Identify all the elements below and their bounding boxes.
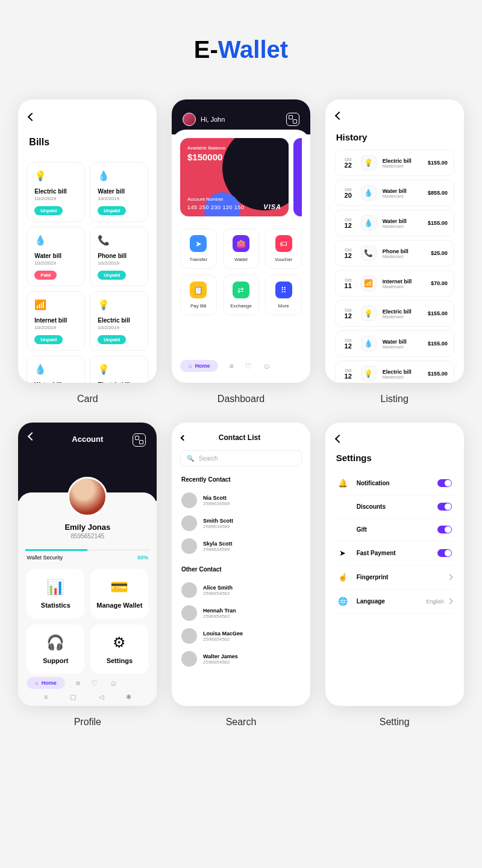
back-icon[interactable] (335, 112, 343, 120)
balance-card[interactable]: Available Balance $150000 Account Number… (180, 138, 289, 216)
settings-row-notification[interactable]: 🔔 Notification (335, 471, 454, 495)
history-row[interactable]: Oct20 💧 Water billMastercard $855.00 (335, 180, 454, 206)
avatar (181, 628, 197, 644)
toggle[interactable] (437, 503, 452, 511)
setting-icon: 🌐 (337, 597, 348, 606)
drop-icon: 💧 (34, 234, 48, 248)
contact-row[interactable]: Skyla Scott2589634589 (172, 535, 310, 558)
bill-card[interactable]: 💧 Water bill 10/2/2019 Paid (27, 227, 85, 286)
toggle[interactable] (437, 479, 452, 487)
bill-card[interactable]: 💡 Electric bill 10/2/2019 Unpaid (27, 162, 85, 222)
bill-card[interactable]: 💧 Water bill 10/2/2019 Paid (27, 356, 85, 383)
settings-row-language[interactable]: 🌐 Language English (335, 590, 454, 614)
contact-row[interactable]: Hennah Tran2596854562 (172, 602, 310, 624)
setting-icon: ➤ (337, 549, 348, 558)
contact-row[interactable]: Smith Scott2589634589 (172, 512, 310, 535)
bell-icon[interactable]: ♡ (91, 679, 98, 688)
settings-row-fast-payment[interactable]: ➤ Fast Payment (335, 541, 454, 565)
profile-screen: Account Emily Jonas 8595652145 Wallet Se… (18, 423, 157, 706)
history-row[interactable]: Oct12 💧 Water billMastercard $155.00 (335, 330, 454, 357)
history-row[interactable]: Oct12 💡 Electric billMastercard $155.00 (335, 360, 454, 383)
contact-row[interactable]: Louisa MacGee2596854562 (172, 624, 310, 647)
phone-icon: 📞 (98, 234, 111, 248)
action-voucher[interactable]: 🏷 Voucher (265, 228, 302, 269)
history-row[interactable]: Oct12 📞 Phone billMastercard $25.00 (335, 240, 454, 266)
action-pay-bill[interactable]: 📋 Pay Bill (180, 275, 217, 315)
balance-card-next[interactable] (293, 138, 302, 216)
menu-icon[interactable]: ≡ (44, 693, 48, 701)
bills-screen: Bills 💡 Electric bill 10/2/2019 Unpaid 💧… (18, 99, 157, 383)
tile-icon: ⚙ (96, 634, 142, 651)
tile-icon: 📊 (33, 579, 78, 596)
status-badge: Paid (34, 271, 57, 280)
action-icon: 📋 (190, 281, 207, 298)
toggle[interactable] (437, 549, 452, 557)
search-screen: Contact List 🔍 Search Recently Contact N… (172, 423, 310, 706)
drop-icon: 💧 (361, 336, 377, 351)
drop-icon: 💧 (98, 170, 111, 183)
contact-row[interactable]: Nia Scott2589634589 (172, 489, 310, 512)
bulb-icon: 💡 (361, 366, 377, 382)
bill-card[interactable]: 💡 Electric bill 10/2/2019 Unpaid (90, 356, 148, 383)
security-bar (25, 549, 149, 551)
bill-card[interactable]: 💡 Electric bill 10/2/2019 Unpaid (90, 291, 148, 351)
history-row[interactable]: Oct12 💡 Electric billMastercard $155.00 (335, 300, 454, 327)
back-icon[interactable] (335, 435, 343, 443)
bill-card[interactable]: 📞 Phone bill 10/2/2019 Unpaid (90, 227, 148, 286)
bill-card[interactable]: 💧 Water bill 10/2/2019 Unpaid (90, 162, 148, 222)
settings-row-fingerprint[interactable]: ☝ Fingerprint (335, 565, 454, 590)
avatar[interactable] (183, 113, 196, 126)
bill-card[interactable]: 📶 Internet bill 10/2/2019 Unpaid (27, 291, 85, 351)
bulb-icon: 💡 (361, 306, 377, 321)
nav-home[interactable]: ⌂ Home (27, 677, 64, 689)
history-row[interactable]: Oct12 💧 Water billMastercard $155.00 (335, 210, 454, 236)
profile-tile-support[interactable]: 🎧 Support (27, 624, 84, 674)
qr-icon[interactable] (286, 113, 299, 126)
history-row[interactable]: Oct22 💡 Electric billMastercard $155.00 (335, 149, 454, 176)
settings-row-discounts[interactable]: Discounts (335, 495, 454, 518)
list-icon[interactable]: ≡ (76, 679, 81, 688)
bulb-icon: 💡 (98, 299, 111, 312)
setting-icon: ☝ (337, 573, 348, 582)
action-wallet[interactable]: 👛 Wallet (223, 228, 260, 269)
setting-icon: 🔔 (337, 479, 348, 488)
profile-tile-settings[interactable]: ⚙ Settings (90, 624, 148, 674)
contact-row[interactable]: Walter James2596854562 (172, 647, 310, 670)
qr-icon[interactable] (133, 433, 146, 447)
action-transfer[interactable]: ➤ Transfer (180, 228, 217, 269)
status-badge: Unpaid (98, 335, 126, 344)
home-icon: ⌂ (189, 363, 192, 369)
wifi-icon: 📶 (361, 275, 377, 291)
user-icon[interactable]: ☺ (263, 362, 271, 371)
action-icon: ➤ (190, 235, 207, 252)
avatar[interactable] (67, 477, 107, 517)
profile-tile-statistics[interactable]: 📊 Statistics (27, 569, 84, 618)
status-badge: Unpaid (34, 335, 63, 344)
back-triangle-icon[interactable]: ◁ (99, 693, 104, 701)
search-input[interactable]: 🔍 Search (180, 450, 302, 467)
bills-heading: Bills (29, 137, 146, 148)
settings-screen: Settings 🔔 Notification Discounts Gift ➤… (325, 423, 464, 706)
back-icon[interactable] (28, 113, 36, 121)
avatar (181, 515, 197, 531)
action-exchange[interactable]: ⇄ Exchange (223, 275, 260, 315)
square-icon[interactable]: ▢ (70, 693, 76, 701)
toggle[interactable] (437, 526, 452, 533)
user-icon[interactable]: ☺ (109, 679, 117, 688)
profile-tile-manage-wallet[interactable]: 💳 Manage Wallet (90, 569, 148, 618)
history-screen: History Oct22 💡 Electric billMastercard … (325, 99, 464, 383)
bulb-icon: 💡 (361, 155, 377, 171)
nav-home[interactable]: ⌂ Home (180, 360, 218, 372)
drop-icon: 💧 (34, 363, 48, 377)
history-row[interactable]: Oct11 📶 Internet billMastercard $70.00 (335, 270, 454, 297)
list-icon[interactable]: ≡ (229, 362, 234, 371)
action-icon: ⠿ (275, 281, 292, 298)
settings-row-gift[interactable]: Gift (335, 518, 454, 541)
bell-icon[interactable]: ♡ (245, 362, 252, 371)
contact-row[interactable]: Alice Smith2596854562 (172, 579, 310, 602)
action-more[interactable]: ⠿ More (265, 275, 302, 315)
phone-icon: 📞 (361, 245, 377, 261)
accessibility-icon[interactable]: ✱ (126, 693, 131, 701)
action-icon: 👛 (233, 235, 249, 252)
avatar (181, 651, 197, 667)
